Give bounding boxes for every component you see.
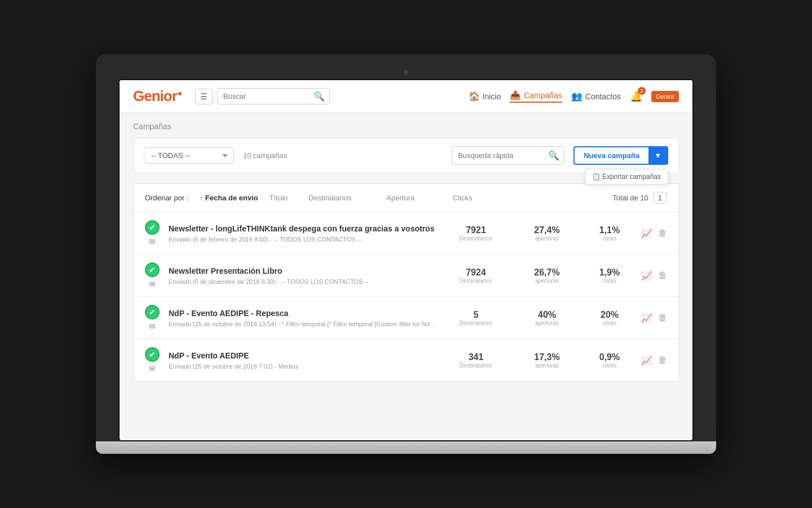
nav-right: 🏠 Inicio 📤 Campañas 👥 Contactos 🔔 2 Geni… — [469, 90, 679, 103]
campaign-info[interactable]: NdP - Evento AEDIPE - Repesca Enviado (2… — [169, 308, 436, 327]
status-col: ✔ ✉ — [145, 305, 160, 331]
stat-clicks: 20% clicks — [587, 310, 632, 326]
category-select[interactable]: -- TODAS -- — [144, 147, 234, 164]
table-row: ✔ ✉ Newsletter Presentación Libro Enviad… — [134, 255, 678, 297]
search-icon: 🔍 — [314, 91, 325, 102]
nav-contactos-label: Contactos — [585, 92, 621, 101]
apert-label: aperturas — [516, 278, 578, 284]
nav-inicio-label: Inicio — [483, 92, 501, 101]
stat-apertura: 26,7% aperturas — [516, 268, 578, 284]
dest-label: Destinatarios — [445, 320, 507, 326]
global-search-input[interactable] — [223, 92, 314, 100]
col-clicks-header[interactable]: Clicks — [440, 194, 485, 202]
apert-label: aperturas — [516, 235, 578, 242]
campaign-count: 10 campañas — [243, 151, 287, 160]
clicks-label: clicks — [587, 362, 632, 369]
action-icons: 📈 🗑 — [641, 270, 667, 281]
delete-icon[interactable]: 🗑 — [658, 270, 667, 281]
action-icons: 📈 🗑 — [641, 228, 667, 239]
logo: Genior — [133, 87, 182, 105]
export-campanas-button[interactable]: 📋 Exportar campañas — [585, 169, 668, 185]
page-title: Campañas — [133, 122, 679, 131]
clicks-value: 20% — [587, 310, 632, 320]
pagination-info: Total de 10 1 — [612, 192, 667, 204]
delete-icon[interactable]: 🗑 — [658, 355, 667, 365]
global-search-bar: 🔍 — [217, 88, 330, 104]
stat-apertura: 27,4% aperturas — [516, 225, 578, 242]
nueva-campana-button[interactable]: Nueva campaña — [573, 146, 648, 165]
campaign-title: Newsletter - longLifeTHINKtank despega c… — [169, 224, 436, 234]
col-apert-header[interactable]: Apertura — [372, 194, 429, 202]
sort-up-arrow: ↑ — [200, 195, 203, 202]
clicks-value: 0,9% — [587, 352, 632, 362]
hamburger-button[interactable]: ☰ — [195, 89, 213, 104]
dest-value: 341 — [445, 352, 507, 362]
dest-value: 7924 — [445, 268, 507, 278]
total-label: Total de 10 — [612, 194, 648, 202]
chart-icon[interactable]: 📈 — [641, 355, 652, 366]
nav-campanas[interactable]: 📤 Campañas — [510, 90, 562, 103]
col-dest-header[interactable]: Destinatarios — [299, 194, 361, 202]
notifications-button[interactable]: 🔔 2 — [630, 90, 642, 103]
dest-label: Destinatarios — [445, 278, 507, 284]
page-content: Campañas -- TODAS -- 10 campañas 🔍 Nueva… — [120, 113, 692, 440]
dest-value: 5 — [445, 310, 507, 320]
user-avatar[interactable]: Genior — [651, 91, 679, 102]
campaign-info[interactable]: Newsletter Presentación Libro Enviado (5… — [169, 266, 436, 284]
chart-icon[interactable]: 📈 — [641, 228, 652, 239]
campanas-icon: 📤 — [510, 90, 521, 100]
table-row: ✔ ✉ NdP - Evento AEDIPE - Repesca Enviad… — [134, 297, 678, 339]
apert-label: aperturas — [516, 362, 578, 369]
home-icon: 🏠 — [469, 91, 480, 102]
mail-icon: ✉ — [149, 279, 156, 288]
campaigns-table: Ordenar por : ↑ Fecha de envio Título De… — [133, 183, 679, 382]
stat-clicks: 1,1% clicks — [587, 225, 632, 242]
campaign-subtitle: Enviado (25 de octubre de 2018 13:54) - … — [169, 321, 436, 327]
campaign-title: Newsletter Presentación Libro — [169, 266, 436, 276]
dest-label: Destinatarios — [445, 235, 507, 242]
apert-value: 40% — [516, 310, 578, 320]
status-icon: ✔ — [145, 262, 160, 277]
col-titulo-header[interactable]: Título — [270, 194, 288, 202]
nueva-campana-group: Nueva campaña ▼ 📋 Exportar campañas — [573, 146, 668, 165]
stat-destinatarios: 5 Destinatarios — [445, 310, 507, 326]
col-fecha-header[interactable]: ↑ Fecha de envio — [200, 194, 258, 202]
table-row: ✔ ✉ Newsletter - longLifeTHINKtank despe… — [134, 212, 678, 255]
campaign-subtitle: Enviado (25 de octubre de 2018 7:02) - M… — [169, 363, 436, 370]
logo-dot — [178, 92, 182, 95]
delete-icon[interactable]: 🗑 — [658, 228, 667, 238]
export-icon: 📋 — [592, 173, 601, 181]
chart-icon[interactable]: 📈 — [641, 270, 652, 281]
stat-apertura: 17,3% aperturas — [516, 352, 578, 369]
chart-icon[interactable]: 📈 — [641, 313, 652, 323]
notifications-badge: 2 — [638, 87, 646, 95]
table-header: Ordenar por : ↑ Fecha de envio Título De… — [134, 184, 678, 212]
campaign-info[interactable]: Newsletter - longLifeTHINKtank despega c… — [169, 224, 436, 242]
nav-campanas-label: Campañas — [524, 91, 562, 100]
navbar: Genior ☰ 🔍 🏠 Inicio 📤 Campañas 👥 Conta — [120, 80, 692, 113]
campaign-rows: ✔ ✉ Newsletter - longLifeTHINKtank despe… — [134, 212, 678, 381]
status-icon: ✔ — [145, 347, 160, 362]
status-icon: ✔ — [145, 305, 160, 319]
quick-search-bar: 🔍 — [452, 146, 564, 165]
stat-destinatarios: 7921 Destinatarios — [445, 225, 507, 242]
campaign-info[interactable]: NdP - Evento AEDIPE Enviado (25 de octub… — [169, 351, 436, 369]
nav-contactos[interactable]: 👥 Contactos — [571, 91, 621, 102]
stat-destinatarios: 7924 Destinatarios — [445, 268, 507, 284]
status-col: ✔ ✉ — [145, 347, 160, 373]
delete-icon[interactable]: 🗑 — [658, 313, 667, 323]
apert-value: 26,7% — [516, 268, 578, 278]
apert-label: aperturas — [516, 320, 578, 326]
apert-value: 27,4% — [516, 225, 578, 235]
table-row: ✔ ✉ NdP - Evento AEDIPE Enviado (25 de o… — [134, 339, 678, 381]
mail-icon: ✉ — [149, 364, 156, 373]
campaign-subtitle: Enviado (6 de febrero de 2019 8:00) - --… — [169, 236, 436, 243]
sort-label: Ordenar por : — [145, 194, 188, 202]
status-col: ✔ ✉ — [145, 220, 160, 246]
apert-value: 17,3% — [516, 352, 578, 362]
stat-apertura: 40% aperturas — [516, 310, 578, 326]
campaign-subtitle: Enviado (5 de diciembre de 2018 8:30) - … — [169, 278, 436, 285]
nueva-campana-dropdown-button[interactable]: ▼ — [648, 146, 668, 165]
quick-search-input[interactable] — [458, 151, 548, 160]
nav-inicio[interactable]: 🏠 Inicio — [469, 91, 501, 102]
